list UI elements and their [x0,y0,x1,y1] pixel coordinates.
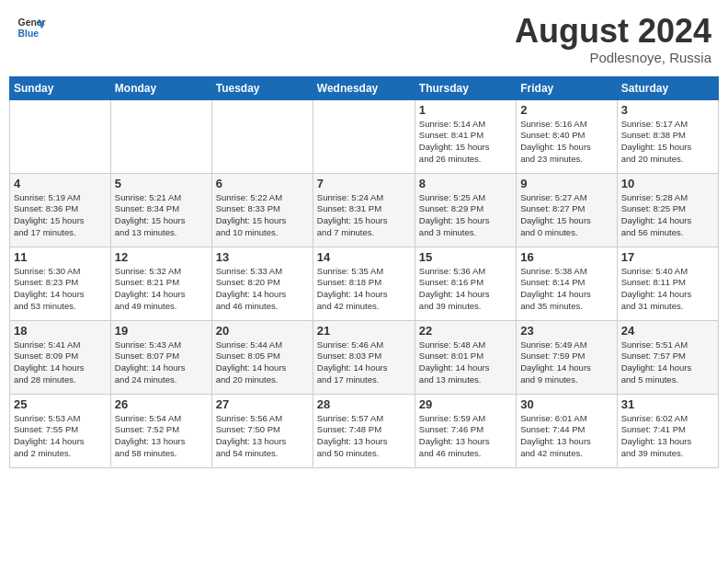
day-info: Sunrise: 6:02 AM Sunset: 7:41 PM Dayligh… [621,413,714,460]
day-header-wednesday: Wednesday [313,76,415,99]
day-info: Sunrise: 5:17 AM Sunset: 8:38 PM Dayligh… [621,119,714,166]
day-info: Sunrise: 5:53 AM Sunset: 7:55 PM Dayligh… [14,413,107,460]
day-number: 24 [621,324,714,338]
calendar-cell [211,99,313,173]
calendar-cell: 8Sunrise: 5:25 AM Sunset: 8:29 PM Daylig… [415,173,516,247]
calendar-cell: 2Sunrise: 5:16 AM Sunset: 8:40 PM Daylig… [517,99,617,173]
calendar-cell: 5Sunrise: 5:21 AM Sunset: 8:34 PM Daylig… [110,173,211,247]
calendar-cell: 6Sunrise: 5:22 AM Sunset: 8:33 PM Daylig… [211,173,313,247]
calendar-table: SundayMondayTuesdayWednesdayThursdayFrid… [9,76,719,468]
day-info: Sunrise: 5:19 AM Sunset: 8:36 PM Dayligh… [14,192,107,239]
day-number: 16 [520,250,612,264]
calendar-cell: 23Sunrise: 5:49 AM Sunset: 7:59 PM Dayli… [517,320,617,394]
calendar-cell: 31Sunrise: 6:02 AM Sunset: 7:41 PM Dayli… [617,394,718,467]
logo-icon: General Blue [17,13,46,42]
week-row-3: 11Sunrise: 5:30 AM Sunset: 8:23 PM Dayli… [10,247,719,320]
day-number: 12 [115,250,208,264]
day-number: 14 [317,250,411,264]
day-header-friday: Friday [517,76,617,99]
calendar-cell: 25Sunrise: 5:53 AM Sunset: 7:55 PM Dayli… [10,394,111,467]
week-row-2: 4Sunrise: 5:19 AM Sunset: 8:36 PM Daylig… [10,173,719,247]
day-info: Sunrise: 5:44 AM Sunset: 8:05 PM Dayligh… [216,339,309,386]
day-info: Sunrise: 5:46 AM Sunset: 8:03 PM Dayligh… [317,339,411,386]
day-info: Sunrise: 5:30 AM Sunset: 8:23 PM Dayligh… [14,266,107,313]
month-title: August 2024 [515,13,711,50]
day-number: 26 [115,397,208,411]
day-info: Sunrise: 5:16 AM Sunset: 8:40 PM Dayligh… [520,119,612,166]
day-number: 1 [419,103,512,117]
day-number: 31 [621,397,714,411]
calendar-cell: 27Sunrise: 5:56 AM Sunset: 7:50 PM Dayli… [211,394,313,467]
week-row-4: 18Sunrise: 5:41 AM Sunset: 8:09 PM Dayli… [10,320,719,394]
day-info: Sunrise: 5:28 AM Sunset: 8:25 PM Dayligh… [621,192,714,239]
day-info: Sunrise: 6:01 AM Sunset: 7:44 PM Dayligh… [520,413,612,460]
day-info: Sunrise: 5:36 AM Sunset: 8:16 PM Dayligh… [419,266,512,313]
calendar-cell: 13Sunrise: 5:33 AM Sunset: 8:20 PM Dayli… [211,247,313,320]
calendar-cell: 7Sunrise: 5:24 AM Sunset: 8:31 PM Daylig… [313,173,415,247]
day-number: 29 [419,397,512,411]
calendar-cell: 28Sunrise: 5:57 AM Sunset: 7:48 PM Dayli… [313,394,415,467]
day-number: 30 [520,397,612,411]
day-number: 25 [14,397,107,411]
day-number: 23 [520,324,612,338]
calendar-cell: 26Sunrise: 5:54 AM Sunset: 7:52 PM Dayli… [110,394,211,467]
day-info: Sunrise: 5:43 AM Sunset: 8:07 PM Dayligh… [115,339,208,386]
calendar-cell: 3Sunrise: 5:17 AM Sunset: 8:38 PM Daylig… [617,99,718,173]
day-number: 15 [419,250,512,264]
day-number: 8 [419,177,512,190]
day-header-thursday: Thursday [415,76,516,99]
day-info: Sunrise: 5:54 AM Sunset: 7:52 PM Dayligh… [115,413,208,460]
calendar-cell: 9Sunrise: 5:27 AM Sunset: 8:27 PM Daylig… [517,173,617,247]
day-info: Sunrise: 5:35 AM Sunset: 8:18 PM Dayligh… [317,266,411,313]
calendar-cell: 17Sunrise: 5:40 AM Sunset: 8:11 PM Dayli… [617,247,718,320]
day-info: Sunrise: 5:49 AM Sunset: 7:59 PM Dayligh… [520,339,612,386]
day-info: Sunrise: 5:57 AM Sunset: 7:48 PM Dayligh… [317,413,411,460]
day-info: Sunrise: 5:32 AM Sunset: 8:21 PM Dayligh… [115,266,208,313]
calendar-cell: 12Sunrise: 5:32 AM Sunset: 8:21 PM Dayli… [110,247,211,320]
week-row-1: 1Sunrise: 5:14 AM Sunset: 8:41 PM Daylig… [10,99,719,173]
day-number: 28 [317,397,411,411]
day-number: 21 [317,324,411,338]
day-header-monday: Monday [110,76,211,99]
day-number: 6 [216,177,309,190]
calendar-cell: 20Sunrise: 5:44 AM Sunset: 8:05 PM Dayli… [211,320,313,394]
calendar-cell: 19Sunrise: 5:43 AM Sunset: 8:07 PM Dayli… [110,320,211,394]
day-number: 3 [621,103,714,117]
calendar-cell: 24Sunrise: 5:51 AM Sunset: 7:57 PM Dayli… [617,320,718,394]
day-header-tuesday: Tuesday [211,76,313,99]
location: Podlesnoye, Russia [515,50,711,65]
day-info: Sunrise: 5:48 AM Sunset: 8:01 PM Dayligh… [419,339,512,386]
day-number: 20 [216,324,309,338]
day-number: 18 [14,324,107,338]
calendar-cell: 18Sunrise: 5:41 AM Sunset: 8:09 PM Dayli… [10,320,111,394]
day-number: 13 [216,250,309,264]
calendar-cell [110,99,211,173]
page-header: General Blue August 2024 Podlesnoye, Rus… [9,9,719,69]
day-info: Sunrise: 5:25 AM Sunset: 8:29 PM Dayligh… [419,192,512,239]
calendar-cell: 16Sunrise: 5:38 AM Sunset: 8:14 PM Dayli… [517,247,617,320]
title-block: August 2024 Podlesnoye, Russia [515,13,711,65]
calendar-cell: 21Sunrise: 5:46 AM Sunset: 8:03 PM Dayli… [313,320,415,394]
day-number: 27 [216,397,309,411]
day-number: 17 [621,250,714,264]
day-header-saturday: Saturday [617,76,718,99]
calendar-cell [313,99,415,173]
day-info: Sunrise: 5:51 AM Sunset: 7:57 PM Dayligh… [621,339,714,386]
day-info: Sunrise: 5:21 AM Sunset: 8:34 PM Dayligh… [115,192,208,239]
days-header-row: SundayMondayTuesdayWednesdayThursdayFrid… [10,76,719,99]
calendar-cell [10,99,111,173]
calendar-cell: 30Sunrise: 6:01 AM Sunset: 7:44 PM Dayli… [517,394,617,467]
day-number: 11 [14,250,107,264]
day-number: 2 [520,103,612,117]
calendar-cell: 4Sunrise: 5:19 AM Sunset: 8:36 PM Daylig… [10,173,111,247]
logo: General Blue [17,13,46,42]
calendar-cell: 11Sunrise: 5:30 AM Sunset: 8:23 PM Dayli… [10,247,111,320]
svg-text:Blue: Blue [18,29,40,39]
day-number: 7 [317,177,411,190]
calendar-cell: 29Sunrise: 5:59 AM Sunset: 7:46 PM Dayli… [415,394,516,467]
day-number: 4 [14,177,107,190]
day-info: Sunrise: 5:22 AM Sunset: 8:33 PM Dayligh… [216,192,309,239]
day-number: 9 [520,177,612,190]
day-info: Sunrise: 5:24 AM Sunset: 8:31 PM Dayligh… [317,192,411,239]
day-info: Sunrise: 5:33 AM Sunset: 8:20 PM Dayligh… [216,266,309,313]
